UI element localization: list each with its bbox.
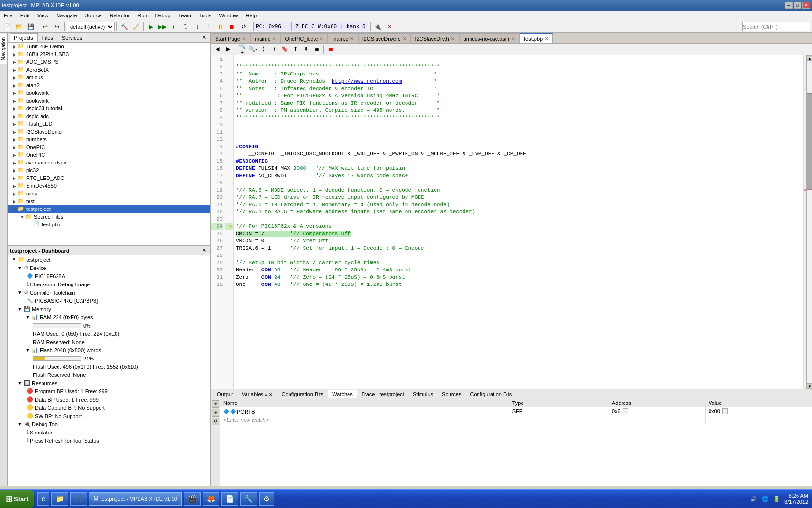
dash-pic16f628a[interactable]: 🔷 PIC16F628A (8, 272, 210, 280)
taskbar-extra4[interactable]: 🔧 (240, 492, 257, 506)
taskbar-explorer[interactable]: 📁 (51, 492, 68, 506)
refresh-watch-btn[interactable]: ↺ (212, 418, 219, 425)
tree-item-rtc[interactable]: ▶ 📁 RTC_LED_ADC (8, 174, 210, 182)
bottom-tab-watches[interactable]: Watches (328, 390, 357, 398)
tab-projects[interactable]: Projects (10, 33, 38, 42)
undo-button[interactable]: ↩ (40, 21, 51, 32)
ed-zoom-in[interactable]: 🔍+ (237, 45, 247, 54)
tray-icon-1[interactable]: 🔊 (750, 495, 757, 503)
menu-file[interactable]: File (0, 12, 16, 19)
menu-view[interactable]: View (33, 12, 53, 19)
tree-item-pic32[interactable]: ▶ 📁 pic32 (8, 166, 210, 174)
tree-item-sony[interactable]: ▶ 📁 sony (8, 190, 210, 197)
continue-button[interactable]: ⏵ (169, 21, 179, 32)
menu-help[interactable]: Help (242, 12, 261, 19)
clean-button[interactable]: 🧹 (130, 21, 141, 32)
dash-testproject[interactable]: ▼ 📁 testproject (8, 255, 210, 264)
bottom-tab-config2[interactable]: Configuration Bits (465, 390, 516, 399)
tree-item-adc1msps[interactable]: ▶ 📁 ADC_1MSPS (8, 58, 210, 66)
watch-row-portb[interactable]: 🔷 🔷 PORTB SFR 0x6 (220, 407, 812, 416)
dash-flash-header[interactable]: ▼ 📊 Flash 2048 (0x800) words (8, 346, 210, 354)
taskbar-extra3[interactable]: 📄 (221, 492, 238, 506)
open-button[interactable]: 📂 (14, 21, 24, 32)
tray-icon-3[interactable]: 🔋 (773, 495, 781, 503)
dash-pbp3[interactable]: 🔧 PICBASIC-PRO [C:\PBP3] (8, 297, 210, 305)
tab-amicus-asm[interactable]: amicus-no-osc.asm✕ (459, 33, 520, 43)
stop-button[interactable]: ⏹ (227, 21, 237, 32)
taskbar-media[interactable]: 🎵 (70, 492, 87, 506)
new-button[interactable]: 📄 (2, 21, 13, 32)
sidebar-tab-navigation[interactable]: Navigation (0, 33, 7, 64)
taskbar-extra2[interactable]: 🦊 (203, 492, 219, 506)
redo-button[interactable]: ↪ (52, 21, 62, 32)
dash-device[interactable]: ▼ ⚙ Device (8, 264, 210, 272)
tab-i2c-drive[interactable]: I2CSlaveDrive.c✕ (358, 33, 411, 43)
menu-team[interactable]: Team (174, 12, 195, 19)
taskbar-mplab[interactable]: M testproject - MPLAB X IDE v1.00 (89, 492, 182, 506)
build-button[interactable]: 🔨 (119, 21, 130, 32)
menu-edit[interactable]: Edit (16, 12, 33, 19)
tab-main-c-2[interactable]: main.c✕ (328, 33, 358, 43)
ed-bookmark[interactable]: 🔖 (280, 45, 290, 54)
add-watch2-btn[interactable]: + (212, 409, 219, 417)
programmer-button[interactable]: 🔌 (373, 21, 383, 32)
start-button[interactable]: ⊞ Start (0, 490, 34, 508)
dash-resources[interactable]: ▼ 🔲 Resources (8, 379, 210, 387)
tree-item-oversample[interactable]: ▶ 📁 oversample dspic (8, 159, 210, 166)
debug-tool-button[interactable]: ✕ (384, 21, 395, 32)
bottom-tab-config1[interactable]: Configuration Bits (277, 390, 328, 399)
tree-item-dspic33[interactable]: ▶ 📁 dspic33-tutorial (8, 105, 210, 112)
taskbar-extra5[interactable]: ⚙ (259, 492, 274, 506)
bottom-tab-sources[interactable]: Sources (437, 390, 465, 399)
tab-main-c-1[interactable]: main.c✕ (250, 33, 280, 43)
ed-zoom-out[interactable]: 🔍- (248, 45, 258, 54)
add-watch-btn[interactable]: + (212, 400, 219, 408)
scroll-up-btn[interactable]: ▲ (807, 55, 812, 61)
taskbar-ie[interactable]: e (37, 492, 50, 506)
tree-item-dspicadc[interactable]: ▶ 📁 dspic-adc (8, 112, 210, 120)
panel-menu-btn[interactable]: ≡ (140, 35, 146, 41)
tree-item-test-pbp[interactable]: 📄 test.pbp (8, 221, 210, 228)
scroll-down-btn[interactable]: ▼ (807, 383, 812, 389)
tree-item-16bit28usb3[interactable]: ▶ 📁 16Bit 28Pin USB3 (8, 50, 210, 58)
close-button[interactable]: ✕ (802, 2, 810, 9)
bottom-tab-stimulus[interactable]: Stimulus (408, 390, 437, 399)
ed-bookmark-next[interactable]: ⬇ (301, 45, 311, 54)
ed-step-next[interactable]: ⟩ (269, 45, 279, 54)
ed-bookmark-prev[interactable]: ⬆ (290, 45, 300, 54)
tree-item-bookwork1[interactable]: ▶ 📁 bookwork (8, 89, 210, 97)
tree-item-amicus[interactable]: ▶ 📁 amicus (8, 74, 210, 81)
reset-button[interactable]: ↺ (238, 21, 249, 32)
ed-toggle-bp[interactable]: ⏺ (312, 45, 321, 54)
maximize-button[interactable]: □ (794, 2, 801, 9)
dash-compiler[interactable]: ▼ ⚙ Compiler Toolchain (8, 288, 210, 297)
editor-vscroll[interactable]: ▲ ▼ (806, 55, 812, 389)
save-button[interactable]: 💾 (25, 21, 36, 32)
run-button[interactable]: ▶ (145, 21, 156, 32)
ed-stop-debug[interactable]: ⏹ (326, 45, 335, 54)
search-input[interactable] (742, 22, 810, 31)
step-out-button[interactable]: ↑ (203, 21, 214, 32)
tree-item-testproject[interactable]: ▼ 📁 testproject (8, 205, 210, 213)
dashboard-menu-btn[interactable]: ≡ (131, 248, 138, 254)
tree-item-flashled[interactable]: ▶ 📁 Flash_LED (8, 120, 210, 128)
tree-item-source-files[interactable]: ▼ 📁 Source Files (8, 213, 210, 221)
bottom-tab-output[interactable]: Output (213, 390, 237, 399)
dashboard-close-btn[interactable]: ✕ (200, 247, 208, 254)
tree-item-simdev[interactable]: ▶ 📁 SimDev4550 (8, 182, 210, 190)
tree-item-numbers[interactable]: ▶ 📁 numbers (8, 135, 210, 143)
menu-run[interactable]: Run (133, 12, 151, 19)
tree-item-onepic2[interactable]: ▶ 📁 OnePIC (8, 151, 210, 159)
menu-tools[interactable]: Tools (195, 12, 216, 19)
ed-back-btn[interactable]: ◀ (213, 45, 222, 54)
dash-checksum[interactable]: ℹ Checksum: Debug Image (8, 280, 210, 288)
tree-item-test[interactable]: ▶ 📁 test (8, 197, 210, 205)
tree-item-atan2[interactable]: ▶ 📁 atan2 (8, 81, 210, 89)
variables-close-btn[interactable]: ✕ (269, 392, 273, 397)
menu-source[interactable]: Source (81, 12, 106, 19)
profile-select[interactable]: default (active) (67, 22, 115, 31)
clock[interactable]: 8:26 AM 3/17/2012 (784, 493, 808, 505)
variables-menu-btn[interactable]: ≡ (265, 392, 267, 397)
window-controls[interactable]: ─ □ ✕ (785, 2, 810, 9)
tree-item-aerobotx[interactable]: ▶ 📁 AeroBotX (8, 66, 210, 74)
